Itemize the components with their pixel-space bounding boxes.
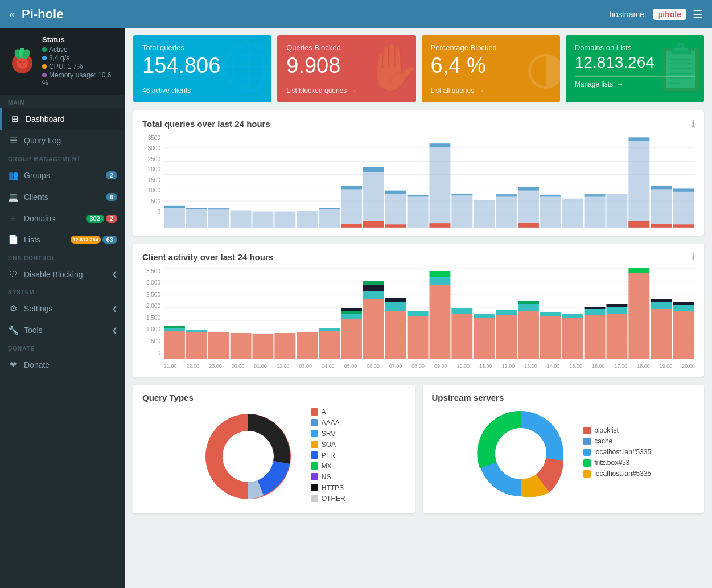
sidebar-item-clients[interactable]: 💻 Clients 6 (0, 186, 125, 208)
svg-rect-18 (186, 209, 207, 228)
upstream-servers-panel: Upstream servers (423, 385, 705, 513)
svg-rect-80 (253, 334, 274, 359)
legend-item: cache (583, 437, 651, 445)
domains-badge-2: 2 (106, 215, 117, 223)
svg-rect-127 (673, 302, 694, 305)
stat-footer[interactable]: List blocked queries → (286, 83, 406, 94)
svg-rect-126 (673, 305, 694, 311)
domains-badge-count: 302 (86, 215, 104, 223)
status-speed: 3,4 q/s (42, 54, 117, 62)
svg-rect-74 (164, 328, 185, 331)
svg-rect-26 (319, 209, 340, 228)
topbar: « Pi-hole hostname: pihole ☰ (0, 0, 712, 28)
svg-rect-29 (341, 186, 362, 190)
sidebar: Status Active 3,4 q/s CPU: 1.7% Memory u… (0, 28, 125, 588)
stat-card-queries-blocked[interactable]: ✋ Queries Blocked 9.908 List blocked que… (277, 35, 415, 102)
chart-title: Total queries over last 24 hours (142, 119, 270, 129)
svg-point-1 (17, 57, 28, 69)
status-info: Status Active 3,4 q/s CPU: 1.7% Memory u… (42, 35, 117, 88)
upstream-servers-donut (475, 408, 566, 499)
upstream-servers-legend: blocklist cache localhost.lan#5335 (583, 426, 651, 480)
svg-rect-23 (253, 211, 274, 227)
domains-icon: ≡ (8, 213, 18, 223)
svg-rect-102 (451, 308, 472, 314)
svg-rect-49 (518, 223, 539, 228)
legend-label: OTHER (322, 495, 345, 503)
svg-rect-73 (164, 331, 185, 359)
sidebar-item-domains[interactable]: ≡ Domains 302 2 (0, 208, 125, 229)
stat-card-percentage-blocked[interactable]: ◑ Percentage Blocked 6,4 % List all quer… (422, 35, 560, 102)
svg-rect-124 (651, 299, 672, 302)
legend-item: localhost.lan#5335 (583, 470, 651, 478)
collapse-icon[interactable]: « (9, 9, 15, 20)
svg-rect-117 (607, 314, 628, 359)
svg-rect-99 (430, 277, 451, 285)
svg-rect-39 (430, 147, 451, 228)
y-axis: 3.5003.0002.5002.0001.5001.0005000 (142, 268, 164, 369)
bottom-charts: Query Types (133, 385, 704, 513)
svg-rect-37 (408, 196, 429, 227)
svg-rect-104 (474, 314, 495, 318)
svg-rect-64 (673, 224, 694, 227)
upstream-servers-title: Upstream servers (432, 393, 695, 402)
sidebar-item-label: Domains (24, 214, 55, 223)
svg-rect-125 (673, 311, 694, 359)
sidebar-item-query-log[interactable]: ☰ Query Log (0, 130, 125, 151)
sidebar-item-tools[interactable]: 🔧 Tools ❮ (0, 319, 125, 341)
svg-rect-93 (385, 311, 406, 359)
lists-badges: 12.813.264 63 (71, 236, 117, 244)
svg-rect-109 (518, 301, 539, 304)
stat-footer[interactable]: 46 active clients → (142, 83, 262, 94)
svg-rect-78 (208, 332, 229, 359)
legend-item: OTHER (311, 495, 345, 503)
lists-badge-2: 63 (102, 236, 117, 244)
legend-label: HTTPS (322, 484, 344, 492)
svg-rect-43 (451, 194, 472, 195)
sidebar-item-settings[interactable]: ⚙ Settings ❮ (0, 298, 125, 319)
svg-rect-24 (274, 211, 295, 227)
legend-color (583, 470, 591, 478)
sidebar-item-groups[interactable]: 👥 Groups 2 (0, 165, 125, 186)
svg-rect-108 (518, 304, 539, 311)
total-queries-svg (164, 135, 695, 228)
svg-rect-52 (562, 199, 583, 228)
legend-label: localhost.lan#5335 (594, 448, 651, 456)
sidebar-item-donate[interactable]: ❤ Donate (0, 354, 125, 376)
stat-footer[interactable]: List all queries → (431, 83, 551, 94)
tools-icon: 🔧 (8, 325, 18, 335)
legend-label: A (322, 408, 326, 416)
info-icon[interactable]: ℹ (692, 118, 695, 129)
chart-inner: 21:0022:0023:0000:0001:0002:0003:0004:00… (164, 268, 695, 369)
svg-rect-33 (363, 221, 384, 228)
sidebar-item-dashboard[interactable]: ⊞ Dashboard (0, 108, 125, 130)
sidebar-item-disable-blocking[interactable]: 🛡 Disable Blocking ❮ (0, 264, 125, 285)
menu-icon[interactable]: ☰ (693, 7, 703, 21)
sidebar-item-lists[interactable]: 📄 Lists 12.813.264 63 (0, 229, 125, 250)
svg-point-5 (19, 61, 22, 63)
status-title: Status (42, 35, 117, 44)
stat-card-total-queries[interactable]: 🌐 Total queries 154.806 46 active client… (133, 35, 271, 102)
legend-label: SOA (322, 441, 336, 449)
svg-rect-16 (164, 208, 185, 228)
legend-color (583, 427, 591, 434)
stat-card-domains-on-lists[interactable]: 📋 Domains on Lists 12.813.264 Manage lis… (566, 35, 704, 102)
legend-color (311, 473, 318, 480)
legend-item: blocklist (583, 426, 651, 434)
svg-rect-110 (540, 316, 561, 359)
topbar-left: « Pi-hole (9, 7, 63, 22)
legend-item: NS (311, 473, 345, 481)
query-types-panel: Query Types (133, 385, 415, 513)
chevron-icon: ❮ (112, 327, 117, 334)
svg-rect-103 (474, 318, 495, 359)
status-active: Active (42, 46, 117, 54)
svg-rect-58 (628, 221, 649, 228)
legend-item: MX (311, 462, 345, 470)
legend-label: localhost.lan#5335 (594, 470, 651, 478)
svg-rect-20 (208, 209, 229, 227)
stat-footer[interactable]: Manage lists → (575, 76, 695, 88)
svg-point-129 (223, 431, 274, 482)
svg-rect-40 (430, 143, 451, 147)
svg-rect-19 (186, 208, 207, 209)
svg-rect-92 (363, 281, 384, 285)
info-icon[interactable]: ℹ (692, 252, 695, 262)
